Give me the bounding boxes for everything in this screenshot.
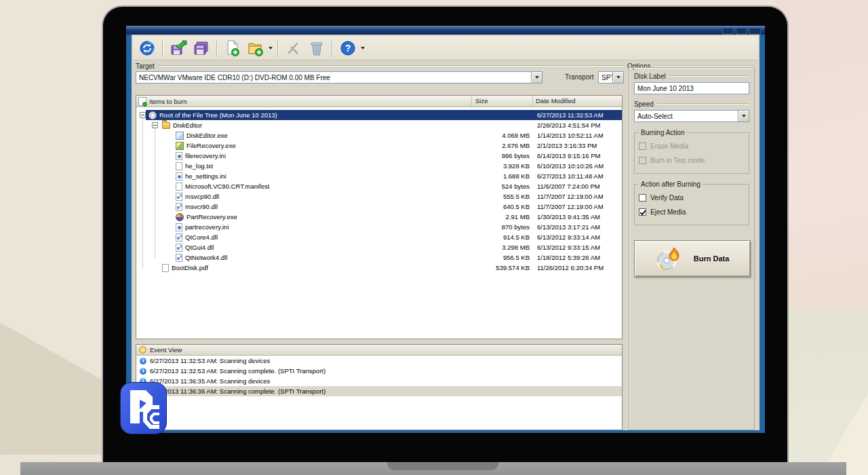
pdf-file-icon	[162, 264, 169, 272]
file-date: 2/28/2013 4:51:54 PM	[537, 120, 601, 130]
maximize-button[interactable]	[736, 28, 747, 35]
file-date: 6/10/2013 10:10:26 AM	[537, 161, 604, 171]
event-row[interactable]: i6/27/2013 11:36:35 AM: Scanning devices	[136, 376, 622, 386]
brand-logo-badge	[120, 382, 167, 434]
event-text: 6/27/2013 11:32:53 AM: Scanning complete…	[150, 366, 326, 376]
open-image-icon[interactable]	[168, 38, 189, 58]
tree-row[interactable]: Microsoft.VC90.CRT.manifest524 bytes11/6…	[136, 181, 622, 191]
items-rows: Root of the File Tree (Mon June 10 2013)…	[136, 107, 622, 273]
file-name: msvcp90.dll	[185, 191, 219, 202]
event-text: 6/27/2013 11:36:35 AM: Scanning devices	[150, 376, 270, 386]
delete-icon[interactable]	[307, 38, 327, 58]
burning-action-title: Burning Action	[639, 129, 687, 136]
event-text: 6/27/2013 11:32:53 AM: Scanning devices	[150, 356, 270, 366]
file-name: PartRecovery.exe	[186, 212, 237, 222]
add-folder-dropdown-icon[interactable]	[269, 47, 273, 50]
window-titlebar[interactable]	[126, 26, 765, 35]
column-header-size[interactable]: Size	[471, 96, 532, 107]
laptop-base	[20, 462, 846, 475]
burn-test-mode-checkbox: Burn in Test mode	[639, 153, 745, 168]
file-date: 6/13/2013 3:17:21 AM	[537, 222, 600, 232]
file-name: QtNetwork4.dll	[185, 252, 227, 263]
tree-row[interactable]: partrecovery.ini870 bytes6/13/2013 3:17:…	[136, 222, 622, 232]
tree-row[interactable]: Root of the File Tree (Mon June 10 2013)…	[136, 110, 622, 120]
transport-label: Transport	[565, 73, 593, 81]
group-divider	[654, 65, 755, 66]
svg-text:?: ?	[345, 43, 351, 54]
file-date: 11/6/2007 7:24:00 PM	[537, 181, 600, 191]
disc-file-icon	[149, 111, 157, 119]
desk-scene: ? Target NECVMWar VMware IDE CDR10 (D:) …	[0, 0, 868, 475]
file-name: DiskEditor.exe	[186, 130, 228, 140]
verify-data-checkbox[interactable]: Verify Data	[639, 191, 745, 205]
speed-dropdown-button[interactable]	[738, 111, 749, 121]
app-blue-file-icon	[176, 132, 184, 140]
file-name: FileRecovery.exe	[186, 140, 236, 151]
disk-label-label: Disk Label	[634, 73, 666, 80]
toolbar-separator	[216, 39, 218, 57]
refresh-icon[interactable]	[137, 38, 157, 58]
target-label: Target	[136, 62, 155, 70]
items-header-icon	[138, 97, 146, 106]
column-header-items[interactable]: Items to burn	[136, 96, 471, 107]
add-files-icon[interactable]	[222, 38, 243, 58]
erase-media-checkbox: Erase Media	[639, 139, 745, 153]
event-row[interactable]: i6/27/2013 11:36:36 AM: Scanning complet…	[136, 386, 622, 396]
help-icon[interactable]: ?	[338, 38, 358, 58]
toolbar-separator	[162, 39, 163, 57]
tree-row[interactable]: QtGui4.dll3.298 MB6/13/2012 9:33:15 AM	[136, 242, 622, 252]
file-date: 2/1/2013 3:16:33 PM	[537, 140, 597, 151]
checkbox-box[interactable]	[639, 194, 646, 202]
tree-row[interactable]: DiskEditor2/28/2013 4:51:54 PM	[136, 120, 622, 130]
file-name: he_log.txt	[185, 161, 213, 171]
add-folder-icon[interactable]	[245, 38, 266, 58]
file-name: BootDisk.pdf	[172, 263, 208, 273]
target-dropdown-button[interactable]	[531, 72, 542, 83]
eject-media-checkbox[interactable]: Eject Media	[639, 205, 745, 219]
file-date: 6/27/2013 11:32:53 AM	[537, 110, 604, 120]
tree-row[interactable]: PartRecovery.exe2.91 MB1/30/2013 9:41:35…	[136, 212, 622, 222]
speed-select[interactable]: Auto-Select	[634, 110, 749, 122]
file-size: 3.928 KB	[471, 161, 530, 171]
file-size: 4.069 MB	[471, 130, 530, 140]
event-view-header[interactable]: Event View	[136, 345, 622, 356]
tree-row[interactable]: BootDisk.pdf539.574 KB11/26/2012 6:20:34…	[136, 263, 622, 273]
file-name: partrecovery.ini	[185, 222, 229, 232]
window-controls[interactable]	[722, 28, 761, 35]
tree-row[interactable]: QtNetwork4.dll956.5 KB1/18/2012 5:39:26 …	[136, 252, 622, 263]
event-row[interactable]: i6/27/2013 11:32:53 AM: Scanning complet…	[136, 366, 622, 376]
disk-label-input[interactable]	[634, 82, 749, 94]
tree-row[interactable]: msvcp90.dll555.5 KB11/7/2007 12:19:00 AM	[136, 191, 622, 202]
checkbox-box-checked[interactable]	[639, 208, 646, 216]
file-name: filerecovery.ini	[185, 151, 226, 161]
target-device-value: NECVMWar VMware IDE CDR10 (D:) DVD-ROM 0…	[136, 74, 531, 81]
burn-data-button[interactable]: Burn Data	[634, 240, 751, 277]
tree-expander-minus[interactable]	[152, 122, 158, 128]
tree-row[interactable]: msvcr90.dll640.5 KB11/7/2007 12:19:00 AM	[136, 202, 622, 212]
action-after-burning-group: Action after Burning Verify Data Eject M…	[634, 180, 749, 225]
list-header[interactable]: Items to burn Size Date Modified	[136, 96, 622, 107]
event-row[interactable]: i6/27/2013 11:32:53 AM: Scanning devices	[136, 356, 622, 366]
toolbar-separator	[277, 39, 279, 57]
target-device-select[interactable]: NECVMWar VMware IDE CDR10 (D:) DVD-ROM 0…	[136, 71, 542, 83]
file-size: 956.5 KB	[471, 252, 530, 263]
close-button[interactable]	[749, 28, 761, 35]
file-size: 3.298 MB	[471, 242, 530, 252]
tree-row[interactable]: he_settings.ini1.688 KB6/27/2013 10:11:4…	[136, 171, 622, 181]
transport-dropdown-button[interactable]	[612, 72, 623, 83]
tree-row[interactable]: QtCore4.dll914.5 KB6/13/2012 9:33:14 AM	[136, 232, 622, 242]
minimize-button[interactable]	[722, 28, 734, 35]
tree-row[interactable]: he_log.txt3.928 KB6/10/2013 10:10:26 AM	[136, 161, 622, 171]
dll-file-icon	[176, 203, 182, 211]
dll-file-icon	[176, 193, 182, 201]
tree-expander-minus[interactable]	[140, 112, 146, 118]
group-divider	[669, 75, 749, 77]
tree-row[interactable]: FileRecovery.exe2.676 MB2/1/2013 3:16:33…	[136, 140, 622, 151]
tree-row[interactable]: DiskEditor.exe4.069 MB1/14/2013 10:52:11…	[136, 130, 622, 140]
help-dropdown-icon[interactable]	[361, 47, 365, 50]
save-image-icon[interactable]	[191, 38, 212, 58]
tree-row[interactable]: filerecovery.ini996 bytes6/14/2013 9:15:…	[136, 151, 622, 161]
transport-select[interactable]: SPTI	[598, 71, 624, 83]
laptop-base-notch	[387, 462, 498, 470]
column-header-date[interactable]: Date Modified	[532, 96, 622, 107]
